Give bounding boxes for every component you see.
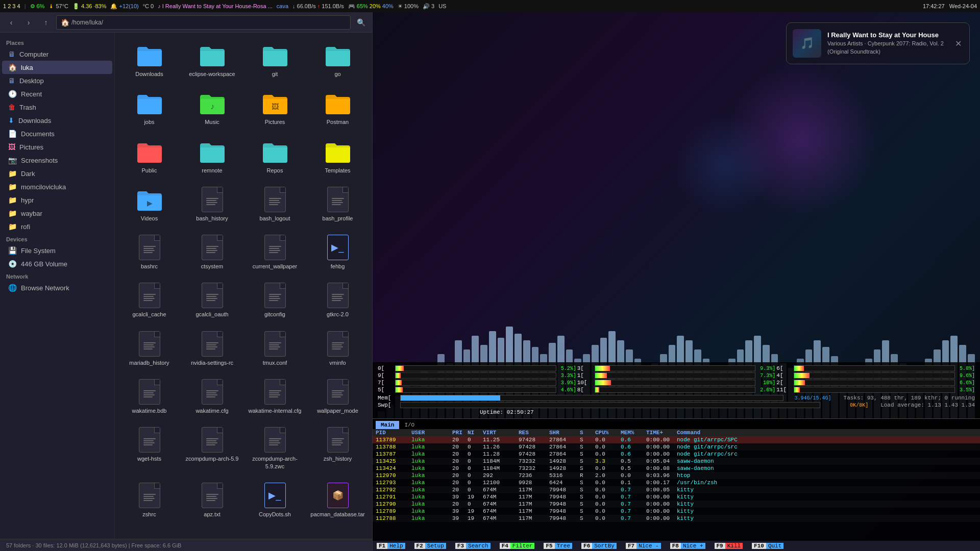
proc-row-113425[interactable]: 113425 luka 20 0 1184M 73232 14928 S 3.3… — [373, 458, 980, 465]
file-item-ctsystem[interactable]: ctsystem — [183, 230, 241, 274]
sidebar-item-screenshots[interactable]: 📷 Screenshots — [2, 154, 112, 167]
sidebar-item-waybar[interactable]: 📁 waybar — [2, 207, 112, 220]
forward-button[interactable]: › — [21, 15, 36, 30]
file-item-zshrc[interactable]: zshrc — [120, 478, 179, 522]
file-item-pacman-database-tar[interactable]: 📦 pacman_database.tar — [308, 478, 367, 522]
f7-nice-minus[interactable]: F7Nice - — [622, 541, 666, 551]
file-item-vminfo[interactable]: vminfo — [308, 327, 367, 370]
sidebar-item-momcilovicluka[interactable]: 📁 momcilovicluka — [2, 180, 112, 193]
file-item-Videos[interactable]: ▶ Videos — [120, 182, 179, 226]
proc-row-113789[interactable]: 113789 luka 20 0 11.25 97428 27864 S 0.0… — [373, 436, 980, 443]
file-item-bash-profile[interactable]: bash_profile — [308, 182, 367, 226]
proc-row-113787[interactable]: 113787 luka 20 0 11.28 97428 27864 S 0.0… — [373, 450, 980, 458]
sidebar-item-browsenetwork[interactable]: 🌐 Browse Network — [2, 281, 112, 294]
file-item-gitconfig[interactable]: gitconfig — [246, 278, 304, 322]
sidebar-item-pictures[interactable]: 🖼 Pictures — [2, 140, 112, 154]
file-item-Templates[interactable]: Templates — [308, 134, 367, 178]
file-icon — [136, 331, 163, 357]
file-item-jobs[interactable]: jobs — [120, 86, 179, 130]
file-icon — [325, 379, 351, 405]
proc-row-113788[interactable]: 113788 luka 20 0 11.26 97428 27864 S 0.0… — [373, 443, 980, 450]
file-item-fehbg[interactable]: ▶_ fehbg — [308, 230, 367, 274]
back-button[interactable]: ‹ — [4, 15, 18, 30]
sidebar-item-documents[interactable]: 📄 Documents — [2, 127, 112, 140]
notif-indicator[interactable]: 🔔 +12(10) — [110, 3, 138, 10]
file-item-bashrc[interactable]: bashrc — [120, 230, 179, 274]
file-item-wallpaper-mode[interactable]: wallpaper_mode — [308, 374, 367, 418]
sidebar-item-recent[interactable]: 🕐 Recent — [2, 87, 112, 101]
music-close-button[interactable]: ✕ — [953, 38, 963, 48]
file-item-wakatime-cfg[interactable]: wakatime.cfg — [183, 374, 241, 418]
file-item-bash-logout[interactable]: bash_logout — [246, 182, 304, 226]
path-bar[interactable]: 🏠 /home/luka/ — [56, 15, 351, 30]
f10-quit[interactable]: F10Quit — [748, 541, 789, 551]
pri-cell: 20 — [452, 444, 468, 450]
sidebar-item-filesystem[interactable]: 💾 File System — [2, 244, 112, 257]
f8-nice-plus[interactable]: F8Nice + — [666, 541, 710, 551]
col-s: S — [580, 430, 595, 436]
sidebar-item-hypr[interactable]: 📁 hypr — [2, 193, 112, 207]
file-item-wakatime-bdb[interactable]: wakatime.bdb — [120, 374, 179, 418]
mem-bar — [400, 395, 783, 401]
proc-row-112789[interactable]: 112789 luka 39 19 674M 117M 79948 S 0.0 … — [373, 508, 980, 515]
file-item-bash-history[interactable]: bash_history — [183, 182, 241, 226]
file-item-go[interactable]: go — [308, 38, 367, 82]
file-item-gcalcli-cache[interactable]: gcalcli_cache — [120, 278, 179, 322]
sidebar-item-downloads[interactable]: ⬇ Downloads — [2, 114, 112, 127]
sidebar-item-rofi[interactable]: 📁 rofi — [2, 220, 112, 233]
file-name: Downloads — [135, 70, 163, 78]
time-cell: 0:00.00 — [646, 437, 677, 443]
file-item-gtkrc-2-0[interactable]: gtkrc-2.0 — [308, 278, 367, 322]
file-item-mariadb-history[interactable]: mariadb_history — [120, 327, 179, 370]
file-item-Music[interactable]: ♪ Music — [183, 86, 241, 130]
file-item-CopyDots-sh[interactable]: ▶_ CopyDots.sh — [246, 478, 304, 522]
f6-sortby[interactable]: F6SortBy — [577, 541, 622, 551]
sidebar-item-dark[interactable]: 📁 Dark — [2, 167, 112, 180]
proc-row-112792[interactable]: 112792 luka 20 0 674M 117M 79948 S 0.0 0… — [373, 486, 980, 493]
sidebar-item-446gb[interactable]: 💿 446 GB Volume — [2, 257, 112, 270]
file-name: bash_profile — [323, 215, 353, 222]
file-item-zcompdump-arch-5-9[interactable]: zcompdump-arch-5.9 — [183, 422, 241, 474]
f9-kill[interactable]: F9Kill — [710, 541, 748, 551]
file-item-zcompdump-arch-5-9-zwc[interactable]: zcompdump-arch-5.9.zwc — [246, 422, 304, 474]
file-item-eclipse-workspace[interactable]: eclipse-workspace — [183, 38, 241, 82]
f5-tree[interactable]: F5Tree — [540, 541, 577, 551]
file-item-Postman[interactable]: Postman — [308, 86, 367, 130]
proc-row-112970[interactable]: 112970 luka 20 0 292 7236 5316 R 2.0 0.0… — [373, 472, 980, 479]
sidebar-item-desktop[interactable]: 🖥 Desktop — [2, 74, 112, 87]
file-item-gcalcli-oauth[interactable]: gcalcli_oauth — [183, 278, 241, 322]
pri-cell: 20 — [452, 501, 468, 507]
file-item-wakatime-internal-cfg[interactable]: wakatime-internal.cfg — [246, 374, 304, 418]
up-button[interactable]: ↑ — [39, 15, 53, 30]
f1-help[interactable]: F1Help — [373, 541, 410, 551]
proc-row-112790[interactable]: 112790 luka 20 0 674M 117M 79948 S 0.0 0… — [373, 500, 980, 508]
file-item-Downloads[interactable]: Downloads — [120, 38, 179, 82]
file-item-wget-hsts[interactable]: wget-hsts — [120, 422, 179, 474]
file-item-git[interactable]: git — [246, 38, 304, 82]
proc-row-113424[interactable]: 113424 luka 20 0 1184M 73232 14928 S 0.0… — [373, 465, 980, 472]
file-item-apz-txt[interactable]: apz.txt — [183, 478, 241, 522]
f2-setup[interactable]: F2Setup — [410, 541, 451, 551]
cpu7-label: 7[ — [378, 380, 393, 386]
f3-search[interactable]: F3Search — [451, 541, 496, 551]
f4-filter[interactable]: F4Filter — [496, 541, 540, 551]
file-item-current-wallpaper[interactable]: current_wallpaper — [246, 230, 304, 274]
sidebar-item-computer[interactable]: 🖥 Computer — [2, 47, 112, 61]
sidebar-item-trash[interactable]: 🗑 Trash — [2, 101, 112, 114]
file-item-nvidia-settings-rc[interactable]: nvidia-settings-rc — [183, 327, 241, 370]
file-item-Public[interactable]: Public — [120, 134, 179, 178]
proc-row-112788[interactable]: 112788 luka 39 19 674M 117M 79948 S 0.0 … — [373, 515, 980, 522]
workspace-indicator[interactable]: 1 2 3 4 — [3, 3, 20, 9]
file-item-zsh-history[interactable]: zsh_history — [308, 422, 367, 474]
proc-row-112791[interactable]: 112791 luka 39 19 674M 117M 79948 S 0.0 … — [373, 493, 980, 500]
file-item-tmux-conf[interactable]: tmux.conf — [246, 327, 304, 370]
htop-tab-io[interactable]: I/O — [399, 421, 420, 429]
sidebar-item-luka[interactable]: 🏠 luka — [2, 61, 112, 74]
file-item-remnote[interactable]: remnote — [183, 134, 241, 178]
file-item-Pictures[interactable]: 🖼 Pictures — [246, 86, 304, 130]
user-cell: luka — [411, 487, 452, 493]
file-item-Repos[interactable]: Repos — [246, 134, 304, 178]
htop-tab-main[interactable]: Main — [376, 421, 399, 429]
search-button[interactable]: 🔍 — [354, 15, 368, 30]
proc-row-112793[interactable]: 112793 luka 20 0 12100 9928 6424 S 0.0 0… — [373, 479, 980, 486]
